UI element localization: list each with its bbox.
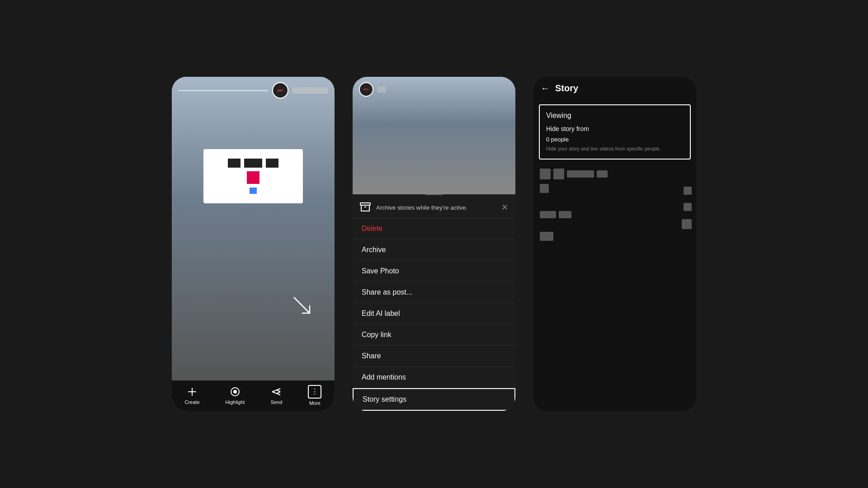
menu-item-save-photo[interactable]: Save Photo: [353, 261, 515, 282]
plus-icon: [186, 386, 198, 398]
people-count: 0 people: [546, 136, 684, 143]
archive-notice: Archive stories while they're active. ✕: [353, 198, 515, 218]
story-progress-bar: [178, 90, 269, 91]
panel-3: ← Story Viewing Hide story from 0 people…: [533, 77, 696, 411]
story-top-bar: RIP!: [172, 77, 335, 102]
panel3-content-area: [533, 164, 696, 250]
panel3-body: Viewing Hide story from 0 people Hide yo…: [533, 100, 696, 411]
more-icon: ⋮: [308, 385, 321, 399]
content-row-b: [540, 184, 690, 193]
archive-notice-text: Archive stories while they're active.: [376, 204, 497, 211]
menu-item-boost-story[interactable]: Boost story: [353, 411, 515, 411]
menu-item-share-as-post[interactable]: Share as post...: [353, 282, 515, 303]
content-block-3: [266, 159, 278, 168]
gray-block-2: [553, 169, 564, 179]
svg-point-4: [233, 390, 237, 394]
content-pink-block: [247, 171, 259, 184]
spacer-1: [540, 197, 690, 211]
menu-item-archive[interactable]: Archive: [353, 239, 515, 261]
svg-line-8: [277, 392, 280, 394]
gray-block-3: [567, 170, 594, 178]
menu-item-add-mentions[interactable]: Add mentions: [353, 367, 515, 388]
right-block-3: [682, 219, 692, 229]
create-button[interactable]: Create: [185, 386, 200, 405]
panel-2: RIP! Archive stories while they're activ…: [353, 77, 515, 411]
svg-rect-2: [188, 391, 196, 392]
bottom-sheet: Archive stories while they're active. ✕ …: [353, 189, 515, 411]
hide-description: Hide your story and live videos from spe…: [546, 145, 684, 152]
story-background: RIP!: [172, 77, 335, 380]
gray-block-6: [540, 211, 556, 218]
gray-block-8: [540, 232, 553, 241]
right-blocks: [682, 187, 692, 229]
gray-block-5: [540, 184, 549, 193]
menu-item-edit-ai-label[interactable]: Edit AI label: [353, 303, 515, 324]
bottom-bar: Create Highlight Send: [172, 380, 335, 411]
spacer-2: [540, 223, 690, 232]
panel2-story-top: RIP!: [359, 82, 386, 97]
archive-icon: [360, 202, 372, 213]
svg-rect-9: [360, 203, 370, 205]
close-button[interactable]: ✕: [501, 202, 508, 212]
svg-line-0: [294, 297, 310, 313]
right-block-1: [684, 187, 692, 195]
hide-story-label: Hide story from: [546, 125, 684, 132]
back-arrow-icon[interactable]: ←: [541, 83, 550, 94]
panel-1: RIP!: [172, 77, 335, 411]
right-block-2: [684, 203, 692, 211]
content-blue-block: [250, 188, 257, 194]
story-content-box: [203, 149, 303, 203]
content-block-1: [228, 159, 241, 168]
menu-item-delete[interactable]: Delete: [353, 218, 515, 239]
viewing-label: Viewing: [546, 112, 684, 120]
menu-item-copy-link[interactable]: Copy link: [353, 324, 515, 346]
panel2-story-background: RIP!: [353, 77, 515, 194]
menu-item-share[interactable]: Share: [353, 346, 515, 367]
content-row-a: [540, 169, 690, 179]
gray-block-7: [559, 211, 571, 218]
story-username: [292, 87, 328, 94]
viewing-section: Viewing Hide story from 0 people Hide yo…: [539, 104, 691, 160]
content-row-c: [540, 211, 690, 218]
menu-item-story-settings[interactable]: Story settings: [353, 388, 515, 411]
highlight-icon: [229, 386, 241, 398]
story-avatar: RIP!: [272, 82, 288, 99]
gray-block-4: [597, 170, 608, 178]
content-row-d: [540, 232, 690, 241]
send-icon: [270, 386, 282, 398]
panel2-username: [377, 86, 386, 93]
more-button[interactable]: ⋮ More: [308, 385, 321, 406]
gray-block-1: [540, 169, 551, 179]
content-row-1: [228, 159, 278, 168]
send-button[interactable]: Send: [270, 386, 282, 405]
highlight-button[interactable]: Highlight: [226, 386, 245, 405]
panel3-header: ← Story: [533, 77, 696, 100]
svg-line-7: [277, 390, 280, 392]
panel2-avatar: RIP!: [359, 82, 373, 97]
arrow-indicator: [289, 293, 316, 322]
content-block-2: [244, 159, 262, 168]
panel3-title: Story: [555, 83, 578, 94]
